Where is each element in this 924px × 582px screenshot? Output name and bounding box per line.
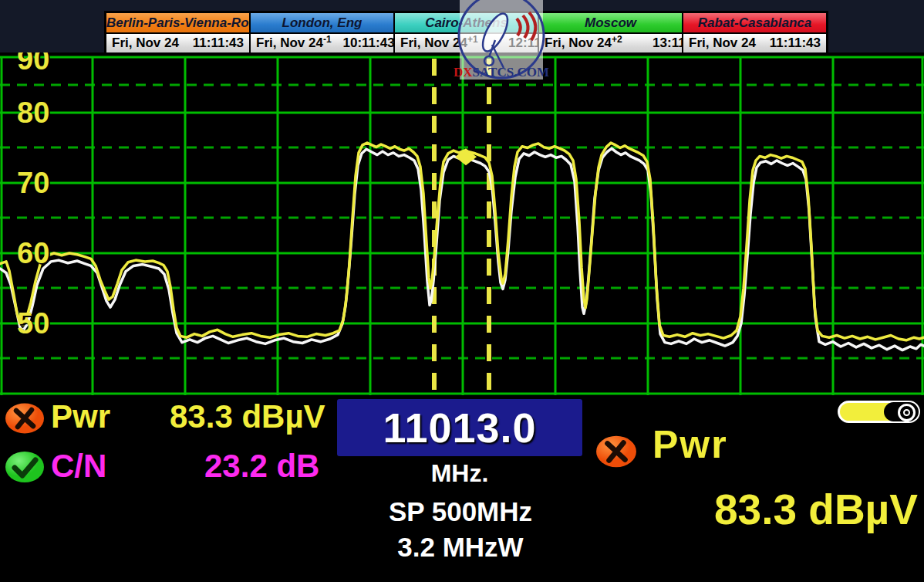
clock-city-label: Moscow: [539, 13, 682, 34]
clock-time: 11:11:43: [188, 36, 244, 51]
clock-london: London, Eng Fri, Nov 24 -1 10:11:43: [249, 13, 393, 52]
knob-inner-ring: [903, 409, 910, 416]
spectrum-analyzer-screen: Berlin-Paris-Vienna-Roma Fri, Nov 24 11:…: [0, 0, 924, 582]
pwr-value: 83.3 dBµV: [170, 401, 325, 433]
span-readout: SP 500MHz: [314, 496, 607, 527]
clock-date: Fri, Nov 24: [689, 36, 757, 51]
logo-text-dx: DX: [454, 65, 473, 80]
clock-date: Fri, Nov 24: [112, 36, 180, 51]
clock-time-row: Fri, Nov 24 +2 13:11: [539, 34, 682, 52]
clock-utc-offset: +2: [612, 34, 622, 45]
knob-outer-ring: [898, 404, 916, 421]
clock-date: Fri, Nov 24: [256, 36, 323, 51]
logo-text-rest: SATCS.COM: [473, 65, 549, 80]
right-pwr-status-icon: [595, 435, 637, 472]
clock-city-label: Berlin-Paris-Vienna-Roma: [106, 13, 249, 34]
clock-city-label: Rabat-Casablanca: [683, 13, 826, 34]
y-axis-label-60: 60: [17, 239, 49, 268]
marker-toggle-switch[interactable]: [838, 401, 920, 423]
dxsatcs-watermark-logo: DXSATCS.COM: [446, 0, 557, 83]
y-axis-label-70: 70: [17, 168, 49, 198]
y-axis-label-80: 80: [17, 98, 49, 127]
right-pwr-value: 83.3 dBµV: [617, 489, 918, 531]
bandwidth-readout: 3.2 MHzW: [314, 532, 607, 563]
clock-berlin: Berlin-Paris-Vienna-Roma Fri, Nov 24 11:…: [106, 13, 249, 52]
right-pwr-label: Pwr: [653, 425, 728, 464]
clock-time-row: Fri, Nov 24 -1 10:11:43: [251, 34, 393, 52]
pwr-status-icon[interactable]: [5, 403, 45, 437]
spectrum-canvas: [0, 52, 924, 398]
x-icon: [595, 435, 637, 469]
y-axis-label-90: 90: [17, 52, 49, 74]
frequency-value: 11013.0: [383, 404, 536, 452]
clock-time: 11:11:43: [765, 36, 821, 51]
clock-utc-offset: -1: [323, 34, 332, 45]
cn-label[interactable]: C/N: [51, 450, 106, 482]
check-icon: [5, 451, 45, 483]
clock-rabat: Rabat-Casablanca Fri, Nov 24 11:11:43: [682, 13, 826, 52]
y-axis-label-50: 50: [17, 309, 49, 338]
clock-moscow: Moscow Fri, Nov 24 +2 13:11: [538, 13, 682, 52]
readout-panel: Pwr 83.3 dBµV 11013.0 MHz. C/N 23.2 dB S…: [0, 398, 924, 582]
cn-status-icon[interactable]: [5, 451, 45, 486]
toggle-knob: [884, 402, 919, 421]
clock-time: 10:11:43: [339, 36, 395, 51]
pwr-label[interactable]: Pwr: [51, 401, 110, 433]
svg-text:DXSATCS.COM: DXSATCS.COM: [454, 65, 549, 80]
x-icon: [5, 403, 45, 434]
frequency-display[interactable]: 11013.0: [337, 399, 582, 456]
clock-time-row: Fri, Nov 24 11:11:43: [683, 34, 826, 52]
spectrum-plot: 90 80 70 60 50: [0, 52, 924, 398]
frequency-unit: MHz.: [337, 459, 582, 488]
cn-value: 23.2 dB: [204, 450, 319, 482]
dxsatcs-logo-graphic: DXSATCS.COM: [446, 0, 557, 83]
clock-time: 13:11: [630, 36, 686, 51]
clock-city-label: London, Eng: [251, 13, 393, 34]
clock-time-row: Fri, Nov 24 11:11:43: [106, 34, 249, 52]
